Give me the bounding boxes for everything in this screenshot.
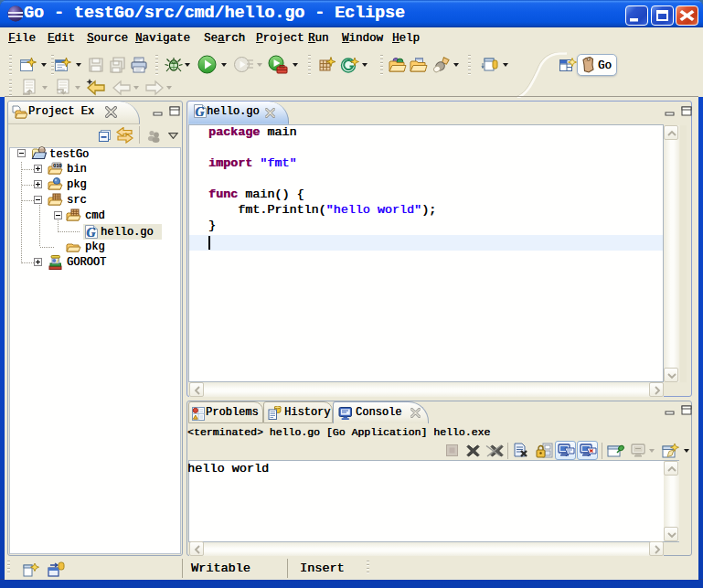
svg-text:010: 010 <box>53 163 61 168</box>
svg-text:G: G <box>195 105 204 118</box>
svg-text:G: G <box>86 226 95 239</box>
